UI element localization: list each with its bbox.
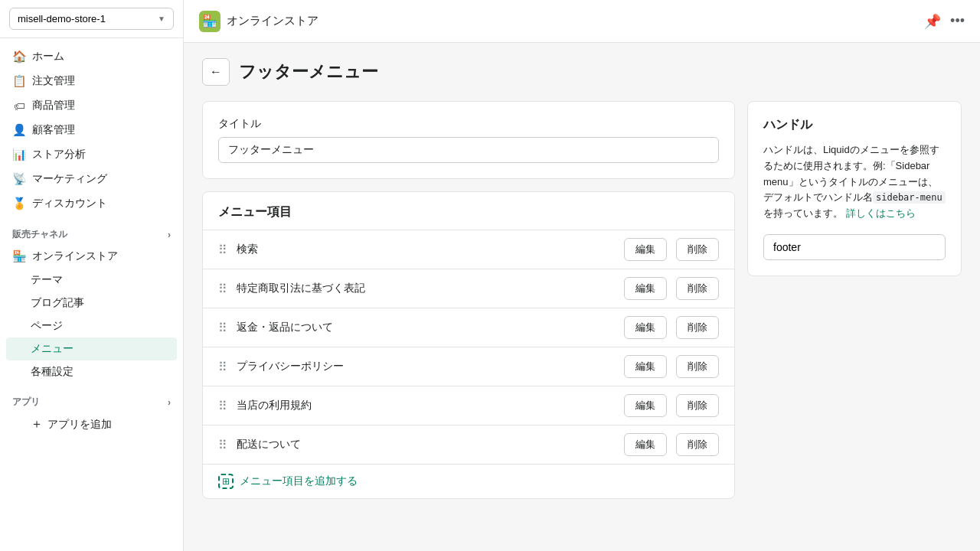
marketing-icon: 📡 <box>12 172 26 186</box>
edit-button-4[interactable]: 編集 <box>624 394 667 417</box>
back-button[interactable]: ← <box>202 58 230 86</box>
edit-button-1[interactable]: 編集 <box>624 277 667 300</box>
menu-item-row: ⠿ 配送について 編集 削除 <box>203 425 734 464</box>
sidebar-item-online-store[interactable]: 🏪 オンラインストア <box>0 244 183 269</box>
sidebar-item-customers[interactable]: 👤 顧客管理 <box>0 118 183 142</box>
arrow-left-icon: ← <box>210 65 222 79</box>
sidebar-item-marketing[interactable]: 📡 マーケティング <box>0 167 183 191</box>
sidebar-sub-theme[interactable]: テーマ <box>0 269 183 292</box>
delete-button-3[interactable]: 削除 <box>676 355 719 378</box>
delete-button-0[interactable]: 削除 <box>676 238 719 261</box>
edit-button-5[interactable]: 編集 <box>624 433 667 456</box>
edit-button-3[interactable]: 編集 <box>624 355 667 378</box>
delete-button-5[interactable]: 削除 <box>676 433 719 456</box>
menu-items-card: メニュー項目 ⠿ 検索 編集 削除 ⠿ 特定商取引法に基づく表記 編集 削除 <box>202 191 735 499</box>
topbar-title: オンラインストア <box>227 14 318 28</box>
sidebar-item-orders[interactable]: 📋 注文管理 <box>0 69 183 93</box>
sidebar-item-discounts[interactable]: 🏅 ディスカウント <box>0 191 183 216</box>
menu-item-name: プライバシーポリシー <box>237 360 615 373</box>
sidebar-sub-blog[interactable]: ブログ記事 <box>0 292 183 315</box>
menu-items-title: メニュー項目 <box>203 192 734 230</box>
topbar-left: 🏪 オンラインストア <box>199 11 318 32</box>
sales-channel-section: 販売チャネル › 🏪 オンラインストア テーマ ブログ記事 ページ メニュー 各… <box>0 222 183 383</box>
handle-learn-more-link[interactable]: 詳しくはこちら <box>846 207 916 219</box>
page-content: ← フッターメニュー タイトル メニュー項目 ⠿ 検索 編集 <box>184 43 980 551</box>
menu-item-row: ⠿ プライバシーポリシー 編集 削除 <box>203 347 734 386</box>
menu-item-name: 配送について <box>237 438 615 452</box>
page-header: ← フッターメニュー <box>202 58 962 86</box>
drag-handle-icon[interactable]: ⠿ <box>218 399 227 413</box>
sales-channel-label[interactable]: 販売チャネル › <box>0 222 183 244</box>
pin-icon[interactable]: 📌 <box>924 13 941 30</box>
sidebar-sub-menu[interactable]: メニュー <box>6 337 177 360</box>
menu-item-row: ⠿ 当店の利用規約 編集 削除 <box>203 386 734 425</box>
title-card: タイトル <box>202 101 735 179</box>
right-column: ハンドル ハンドルは、Liquidのメニューを参照するために使用されます。例:「… <box>747 101 962 276</box>
sidebar-item-label: ディスカウント <box>32 197 107 210</box>
store-name: misell-demo-store-1 <box>18 13 106 24</box>
customers-icon: 👤 <box>12 123 26 137</box>
title-input[interactable] <box>218 137 719 163</box>
orders-icon: 📋 <box>12 74 26 88</box>
sidebar-item-label: 商品管理 <box>32 99 75 112</box>
drag-handle-icon[interactable]: ⠿ <box>218 282 227 296</box>
sidebar-sub-pages[interactable]: ページ <box>0 315 183 337</box>
sidebar-item-label: 顧客管理 <box>32 123 75 137</box>
chevron-down-icon: ▼ <box>158 15 165 23</box>
drag-handle-icon[interactable]: ⠿ <box>218 243 227 257</box>
handle-card: ハンドル ハンドルは、Liquidのメニューを参照するために使用されます。例:「… <box>747 101 962 276</box>
drag-handle-icon[interactable]: ⠿ <box>218 438 227 452</box>
handle-title: ハンドル <box>763 117 946 133</box>
handle-input[interactable] <box>763 234 946 260</box>
discounts-icon: 🏅 <box>12 197 26 210</box>
menu-item-name: 特定商取引法に基づく表記 <box>237 282 615 295</box>
products-icon: 🏷 <box>12 99 26 112</box>
edit-button-0[interactable]: 編集 <box>624 238 667 261</box>
menu-item-row: ⠿ 返金・返品について 編集 削除 <box>203 308 734 347</box>
sidebar-item-label: 注文管理 <box>32 74 75 88</box>
delete-button-4[interactable]: 削除 <box>676 394 719 417</box>
menu-item-name: 検索 <box>237 243 615 256</box>
sidebar-item-label: ホーム <box>32 50 64 64</box>
topbar-actions: 📌 ••• <box>924 13 965 30</box>
main-nav: 🏠 ホーム 📋 注文管理 🏷 商品管理 👤 顧客管理 📊 ストア分析 📡 マーケ… <box>0 38 183 222</box>
sidebar-item-label: マーケティング <box>32 172 107 186</box>
store-selector: misell-demo-store-1 ▼ <box>0 0 183 38</box>
topbar: 🏪 オンラインストア 📌 ••• <box>184 0 980 43</box>
handle-code: sidebar-menu <box>873 191 946 204</box>
delete-button-2[interactable]: 削除 <box>676 316 719 339</box>
drag-handle-icon[interactable]: ⠿ <box>218 360 227 374</box>
sidebar: misell-demo-store-1 ▼ 🏠 ホーム 📋 注文管理 🏷 商品管… <box>0 0 184 551</box>
apps-label[interactable]: アプリ › <box>0 390 183 412</box>
sidebar-sub-settings[interactable]: 各種設定 <box>0 360 183 383</box>
topbar-logo: 🏪 <box>199 11 220 32</box>
apps-section: アプリ › ＋ アプリを追加 <box>0 390 183 437</box>
page-title: フッターメニュー <box>239 60 378 83</box>
menu-item-row: ⠿ 特定商取引法に基づく表記 編集 削除 <box>203 269 734 308</box>
chevron-right-icon: › <box>168 397 171 408</box>
add-menu-item-button[interactable]: ⊞ メニュー項目を追加する <box>203 464 734 498</box>
delete-button-1[interactable]: 削除 <box>676 277 719 300</box>
handle-description: ハンドルは、Liquidのメニューを参照するために使用されます。例:「Sideb… <box>763 142 946 222</box>
sidebar-item-label: ストア分析 <box>32 148 86 161</box>
sidebar-item-products[interactable]: 🏷 商品管理 <box>0 93 183 118</box>
more-options-icon[interactable]: ••• <box>950 13 965 29</box>
online-store-icon: 🏪 <box>12 249 26 263</box>
main-content: 🏪 オンラインストア 📌 ••• ← フッターメニュー タイトル <box>184 0 980 551</box>
home-icon: 🏠 <box>12 50 26 64</box>
menu-item-name: 当店の利用規約 <box>237 399 615 412</box>
sidebar-item-analytics[interactable]: 📊 ストア分析 <box>0 142 183 167</box>
online-store-label: オンラインストア <box>32 249 118 263</box>
plus-icon: ＋ <box>31 416 43 432</box>
title-label: タイトル <box>218 117 719 131</box>
add-app-button[interactable]: ＋ アプリを追加 <box>0 412 183 437</box>
store-selector-button[interactable]: misell-demo-store-1 ▼ <box>9 8 174 30</box>
edit-button-2[interactable]: 編集 <box>624 316 667 339</box>
add-item-label: メニュー項目を追加する <box>240 474 358 488</box>
content-grid: タイトル メニュー項目 ⠿ 検索 編集 削除 ⠿ 特定商取引法に基づく表記 <box>202 101 962 499</box>
chevron-right-icon: › <box>168 230 171 240</box>
add-item-icon: ⊞ <box>218 474 234 489</box>
menu-item-name: 返金・返品について <box>237 321 615 334</box>
drag-handle-icon[interactable]: ⠿ <box>218 321 227 335</box>
sidebar-item-home[interactable]: 🏠 ホーム <box>0 44 183 69</box>
